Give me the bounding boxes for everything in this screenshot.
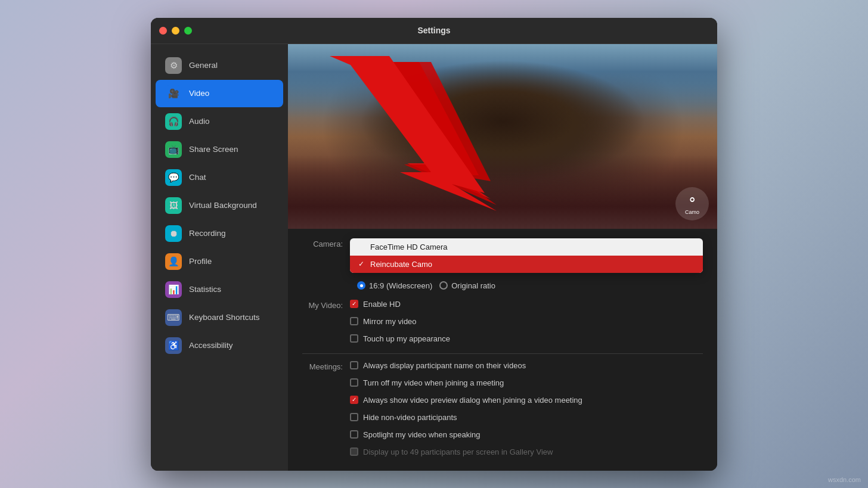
show-preview-row: Always show video preview dialog when jo… [350,396,582,405]
profile-icon: 👤 [165,253,182,270]
settings-section: Camera: FaceTime HD Camera ✓ Reincubate … [288,229,717,471]
sidebar-item-accessibility[interactable]: ♿ Accessibility [156,332,283,359]
hide-non-video-checkbox[interactable] [350,413,358,421]
meetings-options: Always display participant name on their… [350,361,582,461]
gallery-view-row: Display up to 49 participants per screen… [350,447,582,456]
radio-original-circle [439,281,448,290]
my-video-label: My Video: [302,300,350,310]
enable-hd-checkbox[interactable] [350,300,358,308]
camo-icon: ⚬ [687,192,698,208]
maximize-button[interactable] [184,27,192,35]
divider [302,353,703,354]
virtual-background-icon: 🖼 [165,197,182,214]
audio-icon: 🎧 [165,113,182,130]
spotlight-checkbox[interactable] [350,430,358,439]
camo-badge: ⚬ Camo [675,187,709,220]
gallery-view-checkbox[interactable] [350,447,358,456]
camera-option-facetime[interactable]: FaceTime HD Camera [350,238,703,256]
show-preview-checkbox[interactable] [350,396,358,404]
mirror-video-row: Mirror my video [350,317,450,326]
hide-non-video-row: Hide non-video participants [350,413,582,422]
meetings-section: Meetings: Always display participant nam… [302,361,703,461]
recording-icon: ⏺ [165,225,182,242]
red-arrow [312,56,503,211]
camera-dropdown-menu[interactable]: FaceTime HD Camera ✓ Reincubate Camo [350,238,703,273]
watermark: wsxdn.com [828,476,861,483]
sidebar-item-profile[interactable]: 👤 Profile [156,248,283,275]
share-screen-icon: 📺 [165,141,182,158]
sidebar-item-share-screen[interactable]: 📺 Share Screen [156,136,283,163]
display-name-checkbox[interactable] [350,361,358,369]
minimize-button[interactable] [172,27,179,35]
touch-up-row: Touch up my appearance [350,334,450,343]
title-bar: Settings [151,18,717,44]
enable-hd-row: Enable HD [350,300,450,309]
camo-check: ✓ [358,260,367,268]
accessibility-icon: ♿ [165,337,182,354]
my-video-options: Enable HD Mirror my video Touch up my ap… [350,300,450,347]
turn-off-video-row: Turn off my video when joining a meeting [350,378,582,387]
sidebar-item-general[interactable]: ⚙ General [156,52,283,79]
camera-label: Camera: [302,238,350,248]
mirror-video-checkbox[interactable] [350,317,358,325]
sidebar: ⚙ General 🎥 Video 🎧 Audio 📺 Share Screen… [151,44,288,471]
chat-icon: 💬 [165,169,182,186]
video-preview: ⚬ Camo [288,44,717,229]
turn-off-video-checkbox[interactable] [350,378,358,387]
sidebar-item-audio[interactable]: 🎧 Audio [156,108,283,135]
radio-original[interactable]: Original ratio [439,281,495,290]
sidebar-item-keyboard-shortcuts[interactable]: ⌨ Keyboard Shortcuts [156,304,283,331]
video-icon: 🎥 [165,85,182,102]
radio-widescreen[interactable]: 16:9 (Widescreen) [357,281,432,290]
facetime-check [358,243,367,251]
touch-up-checkbox[interactable] [350,334,358,343]
display-name-row: Always display participant name on their… [350,361,582,370]
meetings-label: Meetings: [302,361,350,371]
sidebar-item-chat[interactable]: 💬 Chat [156,164,283,191]
window-title: Settings [417,26,450,35]
my-video-section: My Video: Enable HD Mirror my video T [302,300,703,347]
spotlight-row: Spotlight my video when speaking [350,430,582,439]
general-icon: ⚙ [165,57,182,74]
settings-window: Settings ⚙ General 🎥 Video 🎧 Audio 📺 Sha… [151,18,717,471]
sidebar-item-recording[interactable]: ⏺ Recording [156,220,283,247]
content-area: ⚬ Camo Camera: FaceTime HD Camera [288,44,717,471]
statistics-icon: 📊 [165,281,182,298]
camera-row: Camera: FaceTime HD Camera ✓ Reincubate … [302,238,703,273]
window-body: ⚙ General 🎥 Video 🎧 Audio 📺 Share Screen… [151,44,717,471]
camera-option-camo[interactable]: ✓ Reincubate Camo [350,256,703,273]
sidebar-item-video[interactable]: 🎥 Video [156,80,283,107]
close-button[interactable] [159,27,167,35]
sidebar-item-statistics[interactable]: 📊 Statistics [156,276,283,303]
camera-feed: ⚬ Camo [288,44,717,229]
window-controls [159,27,192,35]
radio-widescreen-circle [357,281,365,290]
aspect-ratio-row: 16:9 (Widescreen) Original ratio [302,281,703,290]
camera-dropdown-container: FaceTime HD Camera ✓ Reincubate Camo [350,238,703,273]
sidebar-item-virtual-background[interactable]: 🖼 Virtual Background [156,192,283,219]
keyboard-shortcuts-icon: ⌨ [165,309,182,326]
